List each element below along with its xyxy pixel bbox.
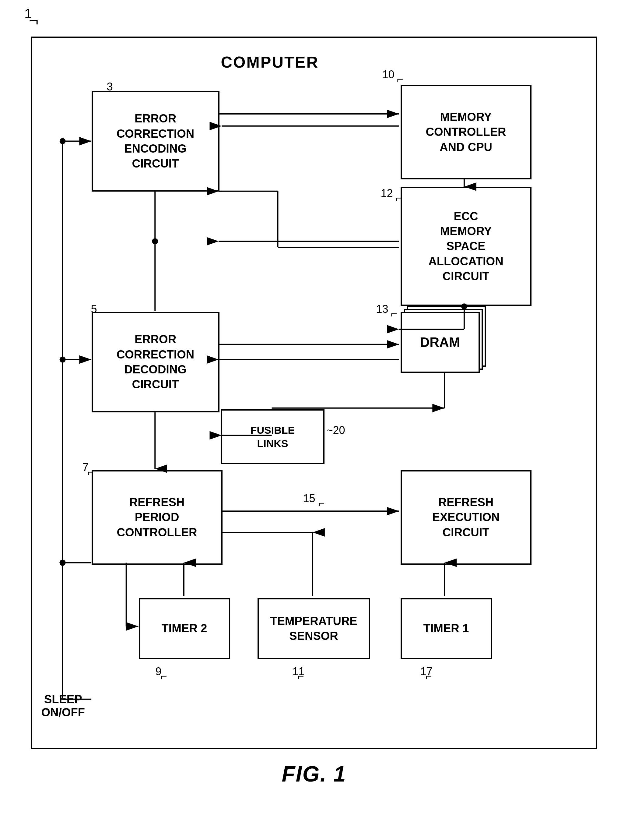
svg-point-16: [59, 560, 65, 566]
ecc-memory-space-block: ECCMEMORYSPACEALLOCATIONCIRCUIT: [401, 187, 532, 306]
dram-front-block: DRAM: [401, 312, 480, 373]
ref-10: 10: [382, 68, 395, 81]
ref-13-bracket: ⌐: [391, 307, 397, 320]
computer-title: COMPUTER: [221, 53, 319, 71]
error-correction-encoding-block: ERRORCORRECTIONENCODINGCIRCUIT: [91, 91, 219, 191]
ref-9-bracket: ⌐: [161, 670, 167, 682]
refresh-execution-block: REFRESHEXECUTIONCIRCUIT: [401, 470, 532, 565]
svg-point-20: [59, 560, 65, 566]
timer1-block: TIMER 1: [401, 598, 492, 659]
svg-point-35: [152, 238, 158, 244]
figure-label: FIG. 1: [24, 761, 604, 786]
ref-15-bracket: ⌐: [318, 497, 325, 510]
diagram-container: COMPUTER 10 ⌐ 3 ⌐ ERRORCORRECTIONENCODIN…: [31, 36, 597, 749]
error-correction-decoding-block: ERRORCORRECTIONDECODINGCIRCUIT: [91, 312, 219, 412]
memory-controller-block: MEMORYCONTROLLERAND CPU: [401, 85, 532, 179]
ref-13: 13: [376, 303, 389, 316]
timer2-block: TIMER 2: [139, 598, 230, 659]
svg-point-15: [59, 357, 65, 363]
ref-15: 15: [303, 492, 315, 505]
temperature-sensor-block: TEMPERATURESENSOR: [258, 598, 370, 659]
sleep-onoff-label: SLEEPON/OFF: [41, 693, 85, 719]
ref-20: ~20: [327, 424, 345, 437]
ref-12: 12: [381, 187, 393, 200]
ref-10-bracket: ⌐: [397, 73, 403, 85]
page: 1 ⌐ COMPUTER 10 ⌐ 3 ⌐ ERRORCORRECTIONENC…: [0, 0, 628, 840]
ref-11-bracket: ⌐: [298, 670, 304, 682]
ref-17-bracket: ⌐: [426, 670, 432, 682]
fusible-links-block: FUSIBLELINKS: [221, 409, 324, 464]
svg-point-14: [59, 138, 65, 144]
refresh-period-block: REFRESHPERIODCONTROLLER: [91, 470, 222, 565]
ref-1-bracket: ⌐: [29, 11, 39, 30]
